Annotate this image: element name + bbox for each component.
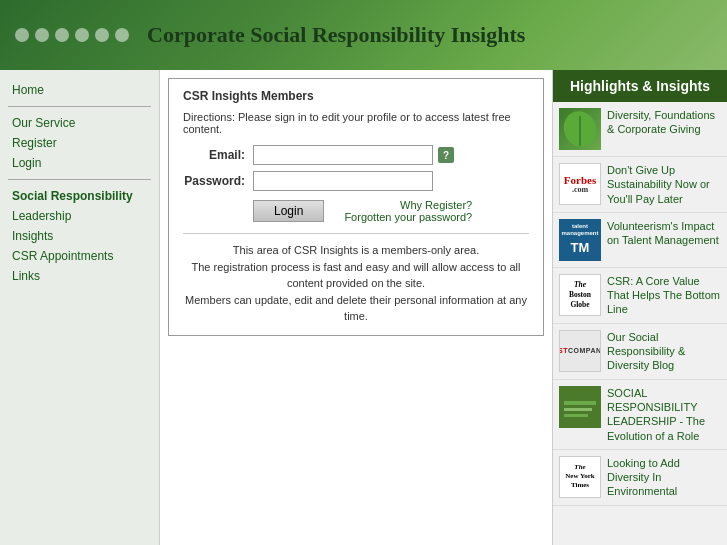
help-icon[interactable]: ?	[438, 147, 454, 163]
header-dot-5	[95, 28, 109, 42]
sidebar-item-leadership[interactable]: Leadership	[0, 206, 159, 226]
register-links: Why Register? Forgotten your password?	[344, 199, 472, 223]
login-box-title: CSR Insights Members	[183, 89, 529, 103]
members-info-line3: Members can update, edit and delete thei…	[183, 292, 529, 325]
header-dot-4	[75, 28, 89, 42]
login-button[interactable]: Login	[253, 200, 324, 222]
main-layout: Home Our Service Register Login Social R…	[0, 70, 727, 545]
highlight-thumb-0	[559, 108, 601, 150]
highlight-text-0[interactable]: Diversity, Foundations & Corporate Givin…	[607, 108, 721, 137]
highlight-text-2[interactable]: Volunteerism's Impact on Talent Manageme…	[607, 219, 721, 248]
password-label: Password:	[183, 174, 253, 188]
highlight-item-5[interactable]: SOCIAL RESPONSIBILITY LEADERSHIP - The E…	[553, 380, 727, 450]
svg-rect-3	[564, 401, 596, 405]
highlight-text-3[interactable]: CSR: A Core Value That Helps The Bottom …	[607, 274, 721, 317]
highlight-thumb-3: TheBostonGlobe	[559, 274, 601, 316]
password-row: Password:	[183, 171, 529, 191]
page-title: Corporate Social Responsibility Insights	[147, 22, 525, 48]
login-button-row: Login Why Register? Forgotten your passw…	[253, 199, 529, 223]
highlight-item-6[interactable]: TheNew YorkTimesLooking to Add Diversity…	[553, 450, 727, 506]
header-dot-2	[35, 28, 49, 42]
highlight-thumb-6: TheNew YorkTimes	[559, 456, 601, 498]
sidebar-item-insights[interactable]: Insights	[0, 226, 159, 246]
members-info-line1: This area of CSR Insights is a members-o…	[183, 242, 529, 259]
header-dot-1	[15, 28, 29, 42]
email-input[interactable]	[253, 145, 433, 165]
sidebar-item-login[interactable]: Login	[0, 153, 159, 173]
svg-rect-5	[564, 414, 588, 417]
highlight-thumb-2: talentmanagementTM	[559, 219, 601, 261]
sidebar-item-register[interactable]: Register	[0, 133, 159, 153]
members-info-line2: The registration process is fast and eas…	[183, 259, 529, 292]
page-header: Corporate Social Responsibility Insights	[0, 0, 727, 70]
highlight-text-6[interactable]: Looking to Add Diversity In Environmenta…	[607, 456, 721, 499]
sidebar-item-links[interactable]: Links	[0, 266, 159, 286]
highlight-item-3[interactable]: TheBostonGlobeCSR: A Core Value That Hel…	[553, 268, 727, 324]
forgotten-password-link[interactable]: Forgotten your password?	[344, 211, 472, 223]
highlight-text-5[interactable]: SOCIAL RESPONSIBILITY LEADERSHIP - The E…	[607, 386, 721, 443]
highlight-thumb-5	[559, 386, 601, 428]
sidebar-item-social-responsibility[interactable]: Social Responsibility	[0, 186, 159, 206]
members-info: This area of CSR Insights is a members-o…	[183, 233, 529, 325]
highlights-list: Diversity, Foundations & Corporate Givin…	[553, 102, 727, 506]
svg-rect-2	[559, 386, 601, 428]
login-directions: Directions: Please sign in to edit your …	[183, 111, 529, 135]
why-register-link[interactable]: Why Register?	[344, 199, 472, 211]
email-label: Email:	[183, 148, 253, 162]
header-dot-3	[55, 28, 69, 42]
highlight-item-0[interactable]: Diversity, Foundations & Corporate Givin…	[553, 102, 727, 157]
sidebar-item-csr-appointments[interactable]: CSR Appointments	[0, 246, 159, 266]
content-area: CSR Insights Members Directions: Please …	[160, 70, 552, 545]
password-input[interactable]	[253, 171, 433, 191]
sidebar: Home Our Service Register Login Social R…	[0, 70, 160, 545]
highlight-item-4[interactable]: FSTCOMPANYOur Social Responsibility & Di…	[553, 324, 727, 380]
right-panel: Highlights & Insights Diversity, Foundat…	[552, 70, 727, 545]
highlight-thumb-1: Forbes.com	[559, 163, 601, 205]
sidebar-divider-1	[8, 106, 151, 107]
highlight-text-4[interactable]: Our Social Responsibility & Diversity Bl…	[607, 330, 721, 373]
email-row: Email: ?	[183, 145, 529, 165]
sidebar-divider-2	[8, 179, 151, 180]
sidebar-item-our-service[interactable]: Our Service	[0, 113, 159, 133]
highlights-header: Highlights & Insights	[553, 70, 727, 102]
header-dot-6	[115, 28, 129, 42]
header-dots	[15, 28, 129, 42]
highlight-thumb-4: FSTCOMPANY	[559, 330, 601, 372]
sidebar-item-home[interactable]: Home	[0, 80, 159, 100]
svg-rect-4	[564, 408, 592, 411]
highlight-text-1[interactable]: Don't Give Up Sustainability Now or You'…	[607, 163, 721, 206]
login-box: CSR Insights Members Directions: Please …	[168, 78, 544, 336]
highlight-item-2[interactable]: talentmanagementTMVolunteerism's Impact …	[553, 213, 727, 268]
highlight-item-1[interactable]: Forbes.comDon't Give Up Sustainability N…	[553, 157, 727, 213]
